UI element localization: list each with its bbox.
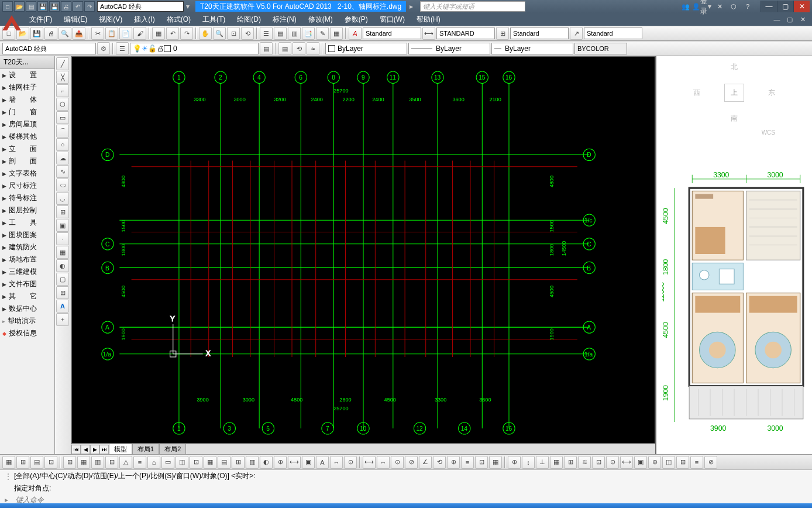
btool-7[interactable]: ▥ [91, 456, 104, 469]
menu-file[interactable]: 文件(F) [23, 13, 58, 26]
btool-16[interactable]: ▤ [218, 456, 230, 469]
btool-19[interactable]: ◐ [260, 456, 273, 469]
btool-d6[interactable]: ⟲ [433, 456, 446, 469]
btool-s8[interactable]: ⊙ [606, 456, 619, 469]
btool-d7[interactable]: ⊕ [447, 456, 460, 469]
btool-d1[interactable]: ⟷ [363, 456, 376, 469]
region-btn[interactable]: ▢ [56, 273, 69, 286]
layerstate-btn[interactable]: ▤ [260, 42, 273, 55]
tab-first-btn[interactable]: ⏮ [71, 445, 81, 454]
workspace-selector-top[interactable]: AutoCAD 经典 [97, 1, 184, 12]
close-button[interactable]: ✕ [793, 1, 810, 12]
redo-btn[interactable]: ↷ [180, 27, 193, 40]
btool-s10[interactable]: ▣ [634, 456, 647, 469]
btool-1[interactable]: ▦ [2, 456, 15, 469]
circle-btn[interactable]: ○ [56, 138, 69, 151]
qat-save[interactable]: 💾 [37, 1, 48, 12]
menu-dimension[interactable]: 标注(N) [267, 13, 302, 26]
btool-d8[interactable]: ≡ [461, 456, 474, 469]
infocenter-icon[interactable]: 👥 [680, 1, 691, 12]
help-icon[interactable]: ? [742, 1, 753, 12]
btool-s11[interactable]: ⊕ [648, 456, 661, 469]
toolpalette-btn[interactable]: ▥ [288, 27, 301, 40]
btool-s15[interactable]: ⊘ [704, 456, 717, 469]
t20-item-layer[interactable]: ▶图层控制 [0, 204, 54, 217]
btool-d3[interactable]: ⊙ [391, 456, 404, 469]
btool-3[interactable]: ▤ [30, 456, 43, 469]
pan-btn[interactable]: ✋ [199, 27, 212, 40]
btool-s3[interactable]: ⊥ [536, 456, 549, 469]
linetype-combo[interactable]: ———ByLayer [408, 43, 490, 54]
btool-15[interactable]: ▦ [204, 456, 216, 469]
btool-9[interactable]: △ [119, 456, 132, 469]
signin-button[interactable]: 👤 登录 [694, 1, 706, 12]
makeblock-btn[interactable]: ▣ [56, 219, 69, 232]
tab-layout2[interactable]: 布局2 [159, 444, 186, 455]
workspace-combo[interactable]: AutoCAD 经典 [2, 43, 96, 54]
menu-help[interactable]: 帮助(H) [411, 13, 446, 26]
btool-10[interactable]: ≡ [133, 456, 146, 469]
lineweight-combo[interactable]: —ByLayer [491, 43, 573, 54]
qat-saveas[interactable]: 💾 [49, 1, 60, 12]
btool-11[interactable]: ⌂ [147, 456, 160, 469]
spline-btn[interactable]: ∿ [56, 165, 69, 178]
layermgr-btn[interactable]: ☰ [116, 42, 129, 55]
btool-8[interactable]: ⊟ [105, 456, 118, 469]
polygon-btn[interactable]: ⬡ [56, 98, 69, 111]
tab-next-btn[interactable]: ▶ [90, 445, 99, 454]
t20-item-license[interactable]: ◆授权信息 [0, 327, 54, 339]
maximize-button[interactable]: ▢ [777, 1, 793, 12]
menu-parametric[interactable]: 参数(P) [339, 13, 374, 26]
btool-17[interactable]: ⊞ [232, 456, 245, 469]
t20-item-axis[interactable]: ▶轴网柱子 [0, 81, 54, 94]
layer-combo[interactable]: 💡☀🔓🖨 0 [130, 43, 259, 54]
undo-btn[interactable]: ↶ [166, 27, 179, 40]
menu-tools[interactable]: 工具(T) [197, 13, 231, 26]
line-btn[interactable]: ╱ [56, 57, 69, 70]
btool-d9[interactable]: ⊡ [475, 456, 488, 469]
workspace-settings-btn[interactable]: ⚙ [97, 42, 110, 55]
qat-new[interactable]: □ [2, 1, 13, 12]
mleaderstyle-icon[interactable]: ↗ [570, 27, 583, 40]
btool-d10[interactable]: ▦ [489, 456, 502, 469]
menu-window[interactable]: 窗口(W) [374, 13, 411, 26]
t20-item-fire[interactable]: ▶建筑防火 [0, 241, 54, 253]
btool-25[interactable]: ⊙ [344, 456, 357, 469]
matchprop-btn[interactable]: 🖌 [133, 27, 146, 40]
menu-edit[interactable]: 编辑(E) [58, 13, 93, 26]
btool-s9[interactable]: ⟷ [620, 456, 633, 469]
btool-s6[interactable]: ≋ [578, 456, 591, 469]
addselected-btn[interactable]: + [56, 313, 69, 326]
t20-item-filelayout[interactable]: ▶文件布图 [0, 278, 54, 290]
btool-20[interactable]: ⊕ [274, 456, 287, 469]
mleaderstyle-combo[interactable]: Standard [584, 28, 642, 39]
btool-2[interactable]: ⊞ [16, 456, 29, 469]
menu-draw[interactable]: 绘图(D) [231, 13, 267, 26]
paste-btn[interactable]: 📄 [119, 27, 132, 40]
btool-5[interactable]: ⊞ [63, 456, 76, 469]
btool-s12[interactable]: ◫ [662, 456, 675, 469]
tab-last-btn[interactable]: ⏭ [99, 445, 109, 454]
command-input[interactable] [16, 496, 807, 504]
minimize-button[interactable]: — [761, 1, 777, 12]
t20-item-3d[interactable]: ▶三维建模 [0, 266, 54, 278]
layermatch-btn[interactable]: ≈ [307, 42, 319, 55]
t20-item-wall[interactable]: ▶墙 体 [0, 94, 54, 106]
arc-btn[interactable]: ⌒ [56, 125, 69, 138]
btool-s1[interactable]: ⊕ [508, 456, 521, 469]
preview-btn[interactable]: 🔍 [59, 27, 71, 40]
point-btn[interactable]: · [56, 232, 69, 245]
dimstyle-combo[interactable]: STANDARD [436, 28, 495, 39]
revcloud-btn[interactable]: ☁ [56, 152, 69, 164]
doc-restore-button[interactable]: ▢ [784, 14, 796, 25]
blockeditor-btn[interactable]: ▦ [152, 27, 165, 40]
btool-21[interactable]: ⟷ [288, 456, 301, 469]
btool-s5[interactable]: ⊞ [564, 456, 577, 469]
btool-d4[interactable]: ⊘ [405, 456, 418, 469]
t20-item-data[interactable]: ▶数据中心 [0, 303, 54, 315]
markup-btn[interactable]: ✎ [316, 27, 329, 40]
t20-item-stair[interactable]: ▶楼梯其他 [0, 131, 54, 143]
gradient-btn[interactable]: ◐ [56, 259, 69, 272]
zoomprev-btn[interactable]: ⟲ [241, 27, 254, 40]
btool-14[interactable]: ⊡ [190, 456, 202, 469]
